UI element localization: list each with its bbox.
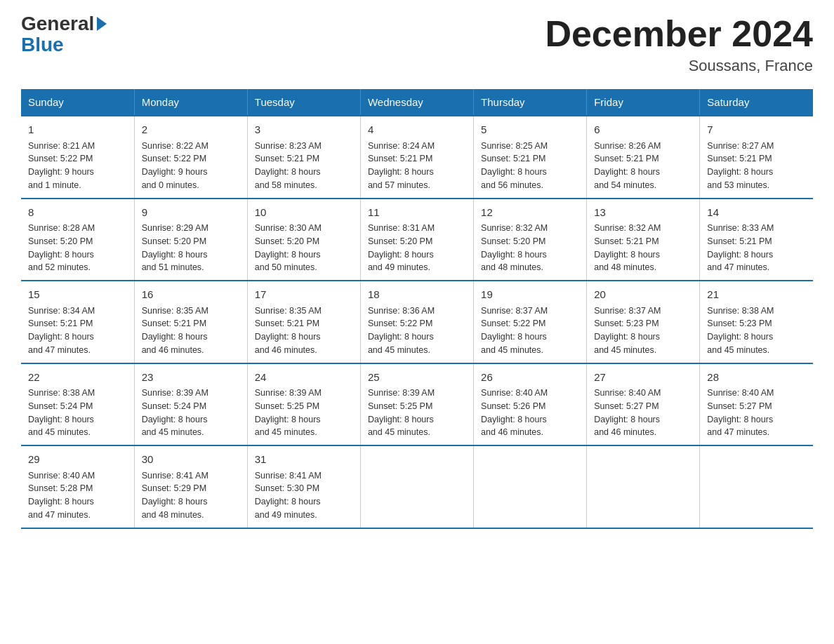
day-info: Sunrise: 8:21 AM Sunset: 5:22 PM Dayligh… <box>28 140 127 192</box>
day-info: Sunrise: 8:22 AM Sunset: 5:22 PM Dayligh… <box>142 140 240 192</box>
day-cell-empty-5 <box>587 445 700 528</box>
day-cell-20: 20Sunrise: 8:37 AM Sunset: 5:23 PM Dayli… <box>587 281 700 363</box>
day-info: Sunrise: 8:30 AM Sunset: 5:20 PM Dayligh… <box>255 222 353 274</box>
day-cell-26: 26Sunrise: 8:40 AM Sunset: 5:26 PM Dayli… <box>474 363 587 446</box>
day-info: Sunrise: 8:39 AM Sunset: 5:24 PM Dayligh… <box>142 387 240 439</box>
week-row-5: 29Sunrise: 8:40 AM Sunset: 5:28 PM Dayli… <box>21 445 813 528</box>
day-info: Sunrise: 8:41 AM Sunset: 5:30 PM Dayligh… <box>255 469 353 522</box>
day-number: 5 <box>481 122 579 138</box>
day-cell-17: 17Sunrise: 8:35 AM Sunset: 5:21 PM Dayli… <box>247 281 360 363</box>
day-number: 21 <box>707 287 806 303</box>
day-info: Sunrise: 8:25 AM Sunset: 5:21 PM Dayligh… <box>481 140 579 192</box>
day-cell-8: 8Sunrise: 8:28 AM Sunset: 5:20 PM Daylig… <box>21 199 134 281</box>
day-number: 28 <box>707 370 806 386</box>
day-info: Sunrise: 8:40 AM Sunset: 5:26 PM Dayligh… <box>481 387 579 439</box>
day-info: Sunrise: 8:37 AM Sunset: 5:22 PM Dayligh… <box>481 304 579 357</box>
day-number: 27 <box>594 370 692 386</box>
day-cell-empty-3 <box>360 445 473 528</box>
day-info: Sunrise: 8:36 AM Sunset: 5:22 PM Dayligh… <box>368 304 466 357</box>
day-number: 10 <box>255 205 353 221</box>
day-info: Sunrise: 8:29 AM Sunset: 5:20 PM Dayligh… <box>142 222 240 274</box>
day-info: Sunrise: 8:28 AM Sunset: 5:20 PM Dayligh… <box>28 222 127 274</box>
day-cell-2: 2Sunrise: 8:22 AM Sunset: 5:22 PM Daylig… <box>134 116 247 199</box>
header-cell-friday: Friday <box>587 89 700 116</box>
day-number: 9 <box>142 205 240 221</box>
day-number: 17 <box>255 287 353 303</box>
subtitle: Soussans, France <box>545 57 813 75</box>
day-cell-7: 7Sunrise: 8:27 AM Sunset: 5:21 PM Daylig… <box>700 116 813 199</box>
day-number: 26 <box>481 370 579 386</box>
day-info: Sunrise: 8:26 AM Sunset: 5:21 PM Dayligh… <box>594 140 692 192</box>
main-title: December 2024 <box>545 14 813 54</box>
header-cell-sunday: Sunday <box>21 89 134 116</box>
day-cell-24: 24Sunrise: 8:39 AM Sunset: 5:25 PM Dayli… <box>247 363 360 446</box>
calendar-header: SundayMondayTuesdayWednesdayThursdayFrid… <box>21 89 813 116</box>
day-number: 19 <box>481 287 579 303</box>
day-number: 18 <box>368 287 466 303</box>
day-cell-31: 31Sunrise: 8:41 AM Sunset: 5:30 PM Dayli… <box>247 445 360 528</box>
day-info: Sunrise: 8:41 AM Sunset: 5:29 PM Dayligh… <box>142 469 240 522</box>
day-cell-25: 25Sunrise: 8:39 AM Sunset: 5:25 PM Dayli… <box>360 363 473 446</box>
day-cell-10: 10Sunrise: 8:30 AM Sunset: 5:20 PM Dayli… <box>247 199 360 281</box>
day-number: 3 <box>255 122 353 138</box>
day-cell-empty-6 <box>700 445 813 528</box>
day-number: 30 <box>142 452 240 468</box>
day-info: Sunrise: 8:32 AM Sunset: 5:21 PM Dayligh… <box>594 222 692 274</box>
week-row-2: 8Sunrise: 8:28 AM Sunset: 5:20 PM Daylig… <box>21 199 813 281</box>
day-cell-12: 12Sunrise: 8:32 AM Sunset: 5:20 PM Dayli… <box>474 199 587 281</box>
day-cell-18: 18Sunrise: 8:36 AM Sunset: 5:22 PM Dayli… <box>360 281 473 363</box>
header-cell-thursday: Thursday <box>474 89 587 116</box>
day-cell-13: 13Sunrise: 8:32 AM Sunset: 5:21 PM Dayli… <box>587 199 700 281</box>
day-cell-23: 23Sunrise: 8:39 AM Sunset: 5:24 PM Dayli… <box>134 363 247 446</box>
day-number: 15 <box>28 287 127 303</box>
day-cell-5: 5Sunrise: 8:25 AM Sunset: 5:21 PM Daylig… <box>474 116 587 199</box>
day-cell-14: 14Sunrise: 8:33 AM Sunset: 5:21 PM Dayli… <box>700 199 813 281</box>
day-number: 8 <box>28 205 127 221</box>
day-info: Sunrise: 8:27 AM Sunset: 5:21 PM Dayligh… <box>707 140 806 192</box>
day-number: 23 <box>142 370 240 386</box>
day-number: 12 <box>481 205 579 221</box>
day-info: Sunrise: 8:40 AM Sunset: 5:27 PM Dayligh… <box>594 387 692 439</box>
day-cell-empty-4 <box>474 445 587 528</box>
day-info: Sunrise: 8:39 AM Sunset: 5:25 PM Dayligh… <box>368 387 466 439</box>
day-info: Sunrise: 8:34 AM Sunset: 5:21 PM Dayligh… <box>28 304 127 357</box>
day-cell-6: 6Sunrise: 8:26 AM Sunset: 5:21 PM Daylig… <box>587 116 700 199</box>
week-row-3: 15Sunrise: 8:34 AM Sunset: 5:21 PM Dayli… <box>21 281 813 363</box>
day-cell-15: 15Sunrise: 8:34 AM Sunset: 5:21 PM Dayli… <box>21 281 134 363</box>
logo-general-text: General <box>21 14 107 34</box>
day-cell-30: 30Sunrise: 8:41 AM Sunset: 5:29 PM Dayli… <box>134 445 247 528</box>
day-info: Sunrise: 8:33 AM Sunset: 5:21 PM Dayligh… <box>707 222 806 274</box>
day-number: 2 <box>142 122 240 138</box>
day-number: 14 <box>707 205 806 221</box>
day-cell-9: 9Sunrise: 8:29 AM Sunset: 5:20 PM Daylig… <box>134 199 247 281</box>
calendar-table: SundayMondayTuesdayWednesdayThursdayFrid… <box>21 89 813 529</box>
title-block: December 2024 Soussans, France <box>545 14 813 75</box>
day-cell-3: 3Sunrise: 8:23 AM Sunset: 5:21 PM Daylig… <box>247 116 360 199</box>
day-cell-1: 1Sunrise: 8:21 AM Sunset: 5:22 PM Daylig… <box>21 116 134 199</box>
day-info: Sunrise: 8:35 AM Sunset: 5:21 PM Dayligh… <box>142 304 240 357</box>
week-row-1: 1Sunrise: 8:21 AM Sunset: 5:22 PM Daylig… <box>21 116 813 199</box>
day-number: 22 <box>28 370 127 386</box>
day-info: Sunrise: 8:39 AM Sunset: 5:25 PM Dayligh… <box>255 387 353 439</box>
day-info: Sunrise: 8:40 AM Sunset: 5:28 PM Dayligh… <box>28 469 127 522</box>
day-info: Sunrise: 8:31 AM Sunset: 5:20 PM Dayligh… <box>368 222 466 274</box>
calendar-body: 1Sunrise: 8:21 AM Sunset: 5:22 PM Daylig… <box>21 116 813 528</box>
logo-blue-text: Blue <box>21 34 64 56</box>
day-info: Sunrise: 8:38 AM Sunset: 5:24 PM Dayligh… <box>28 387 127 439</box>
day-number: 31 <box>255 452 353 468</box>
day-number: 11 <box>368 205 466 221</box>
day-number: 24 <box>255 370 353 386</box>
day-info: Sunrise: 8:23 AM Sunset: 5:21 PM Dayligh… <box>255 140 353 192</box>
day-info: Sunrise: 8:38 AM Sunset: 5:23 PM Dayligh… <box>707 304 806 357</box>
day-number: 20 <box>594 287 692 303</box>
day-cell-28: 28Sunrise: 8:40 AM Sunset: 5:27 PM Dayli… <box>700 363 813 446</box>
day-info: Sunrise: 8:40 AM Sunset: 5:27 PM Dayligh… <box>707 387 806 439</box>
day-cell-22: 22Sunrise: 8:38 AM Sunset: 5:24 PM Dayli… <box>21 363 134 446</box>
logo-triangle-icon <box>97 17 107 31</box>
day-number: 16 <box>142 287 240 303</box>
day-info: Sunrise: 8:32 AM Sunset: 5:20 PM Dayligh… <box>481 222 579 274</box>
header-cell-saturday: Saturday <box>700 89 813 116</box>
day-number: 6 <box>594 122 692 138</box>
day-number: 7 <box>707 122 806 138</box>
day-cell-29: 29Sunrise: 8:40 AM Sunset: 5:28 PM Dayli… <box>21 445 134 528</box>
